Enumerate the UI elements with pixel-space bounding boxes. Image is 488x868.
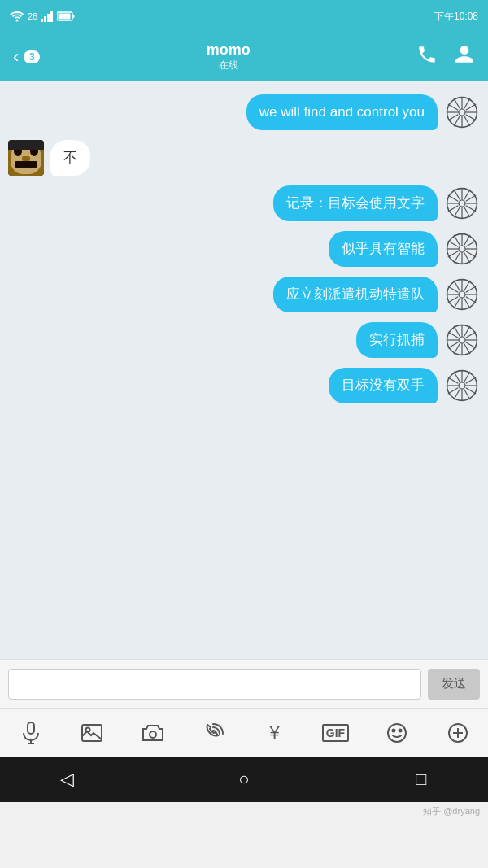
svg-point-99 [392,729,394,731]
svg-line-48 [466,241,476,246]
contact-status: 在线 [207,59,251,72]
scp-logo [446,278,478,311]
svg-rect-2 [44,16,46,22]
svg-line-91 [448,388,458,394]
emoji-icon [386,722,407,744]
svg-rect-92 [28,722,34,734]
back-nav-button[interactable]: ◁ [49,761,85,797]
svg-line-71 [466,342,476,348]
svg-line-77 [448,342,458,348]
svg-line-42 [448,241,458,246]
toolbar: ¥ GIF [0,708,488,757]
svg-line-21 [448,115,458,120]
svg-point-51 [459,291,465,298]
svg-line-15 [466,115,476,120]
svg-line-33 [454,207,460,217]
message-bubble: we will find and control you [246,94,438,130]
mic-icon [21,722,41,744]
scp-avatar-sent [444,368,480,403]
signal-strength: 26 [28,11,37,21]
scp-logo [446,324,478,356]
image-button[interactable] [77,718,107,748]
svg-point-23 [459,200,465,207]
svg-line-61 [454,299,460,308]
home-nav-button[interactable]: ○ [226,761,262,797]
message-bubble: 记录：目标会使用文字 [273,185,438,221]
svg-line-19 [454,116,460,126]
add-button[interactable] [443,718,473,748]
svg-line-49 [448,251,458,257]
svg-line-30 [454,190,460,199]
message-row: 实行抓捕 [8,322,480,358]
svg-point-0 [16,20,19,22]
svg-line-75 [454,344,460,354]
signal-icon [41,11,54,22]
svg-point-65 [459,337,465,343]
message-row: 应立刻派遣机动特遣队 [8,277,480,312]
svg-line-47 [454,253,460,263]
scp-avatar-sent [444,322,480,358]
handset-icon [203,722,224,744]
svg-line-14 [448,104,458,110]
svg-line-20 [466,104,476,110]
svg-line-58 [454,281,460,290]
input-area: 发送 [0,659,488,708]
scp-avatar-sent [444,185,480,221]
svg-point-9 [459,109,465,116]
scp-logo [446,96,478,129]
call-button[interactable] [416,44,438,70]
svg-line-46 [464,235,470,245]
message-badge: 3 [24,50,40,63]
contact-avatar [8,140,44,176]
scp-logo [446,369,478,402]
svg-line-88 [464,372,470,382]
svg-point-97 [150,731,156,738]
message-row: 目标没有双手 [8,368,480,403]
watermark: 知乎 @dryang [423,805,480,818]
svg-line-85 [466,388,476,394]
add-icon [447,722,468,744]
phone-icon [416,44,438,65]
person-icon [454,44,475,65]
svg-line-73 [464,344,470,354]
camera-button[interactable] [138,718,168,748]
scp-avatar-sent [444,231,480,267]
message-bubble: 实行抓捕 [356,322,438,358]
yen-button[interactable]: ¥ [260,718,290,748]
mic-button[interactable] [16,718,46,748]
gif-button[interactable]: GIF [321,718,351,748]
image-icon [81,724,102,742]
svg-line-16 [454,98,460,108]
svg-line-43 [466,251,476,257]
svg-line-28 [448,195,458,201]
svg-line-62 [466,286,476,292]
message-input[interactable] [8,669,421,700]
recent-nav-button[interactable]: □ [403,761,439,797]
message-row: 不 [8,140,480,176]
emoji-button[interactable] [382,718,412,748]
header: ‹ 3 momo 在线 [0,33,488,81]
header-back[interactable]: ‹ 3 [13,46,40,68]
svg-line-35 [448,206,458,212]
message-bubble: 应立刻派遣机动特遣队 [273,277,438,312]
svg-line-87 [464,390,470,399]
battery-icon [57,11,75,21]
svg-line-74 [464,326,470,336]
svg-rect-4 [50,11,53,22]
svg-line-44 [454,235,460,245]
svg-line-29 [466,206,476,212]
status-left: 26 [10,11,75,22]
svg-line-72 [454,326,460,336]
send-button[interactable]: 发送 [428,669,480,700]
profile-button[interactable] [454,44,475,70]
scp-avatar-sent [444,277,480,312]
svg-line-84 [448,377,458,383]
status-time: 下午10:08 [434,10,478,24]
svg-point-79 [459,382,465,389]
voice-button[interactable] [199,718,229,748]
svg-line-34 [466,195,476,201]
svg-line-56 [448,286,458,292]
svg-line-76 [466,332,476,338]
svg-line-89 [454,390,460,399]
scp-logo [446,233,478,265]
